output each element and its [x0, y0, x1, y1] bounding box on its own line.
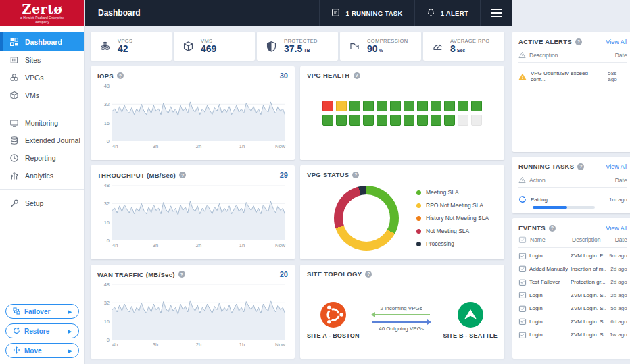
- vpg-health-cell-green[interactable]: [404, 115, 414, 126]
- event-row[interactable]: Added ManuallyInsertion of m...2d ago: [518, 263, 627, 276]
- site-b[interactable]: SITE B - SEATTLE: [443, 302, 498, 339]
- y-axis-tick: 48: [98, 83, 110, 89]
- stat-vpgs[interactable]: VPGS 42: [91, 32, 172, 61]
- site-links: 2 Incoming VPGs 40 Outgoing VPGs: [368, 302, 435, 332]
- sidebar-item-sites[interactable]: Sites: [0, 51, 84, 69]
- sidebar-item-monitoring[interactable]: Monitoring: [0, 114, 84, 132]
- restore-button[interactable]: Restore ▶: [5, 323, 79, 338]
- vpg-health-cell-green[interactable]: [336, 115, 347, 126]
- help-icon[interactable]: ?: [549, 225, 556, 232]
- help-icon[interactable]: ?: [179, 172, 186, 178]
- stat-vms[interactable]: VMS 469: [174, 32, 255, 61]
- vpg-health-cell-green[interactable]: [363, 101, 374, 111]
- stat-value: 469: [201, 44, 218, 55]
- event-row[interactable]: LoginZVM Login. S...2d ago: [518, 289, 627, 303]
- sidebar-item-label: Monitoring: [25, 119, 58, 127]
- vpg-health-cell-green[interactable]: [349, 115, 360, 126]
- event-description: ZVM Login. S...: [571, 305, 606, 311]
- vpg-health-cell-green[interactable]: [377, 115, 387, 126]
- vpg-health-cell-green[interactable]: [390, 101, 401, 111]
- help-icon[interactable]: ?: [577, 163, 584, 170]
- help-icon[interactable]: ?: [354, 72, 360, 79]
- topbar-inner: Dashboard 1 RUNNING TASK 1 ALERT: [85, 0, 512, 26]
- vpg-health-cell-red[interactable]: [322, 101, 333, 111]
- event-row[interactable]: LoginZVM Login. S...1w ago: [518, 328, 627, 342]
- sidebar-item-label: Dashboard: [25, 38, 62, 46]
- stat-protected[interactable]: PROTECTED 37.5TB: [257, 32, 338, 61]
- chart-current-value: 29: [280, 171, 288, 179]
- zerto-logo: Zertø a Hewlett Packard Enterprise compa…: [0, 0, 84, 26]
- event-row[interactable]: LoginZVM Login. F...9m ago: [518, 249, 627, 263]
- site-a[interactable]: SITE A - BOSTON: [307, 302, 360, 339]
- panel-title: ACTIVE ALERTS: [518, 38, 572, 45]
- event-icon: [518, 331, 527, 339]
- x-axis-tick: 1h: [239, 242, 245, 249]
- event-row[interactable]: LoginZVM Login. S...5d ago: [518, 302, 627, 315]
- vpg-health-cell-green[interactable]: [444, 115, 455, 126]
- vpg-health-cell-green[interactable]: [349, 101, 360, 111]
- stat-compression[interactable]: COMPRESSION 90%: [340, 32, 421, 61]
- view-all-link[interactable]: View All: [606, 38, 627, 45]
- alert-description: VPG UbuntuSrv exceed conf...: [531, 70, 604, 82]
- sidebar-item-label: Setup: [25, 199, 43, 207]
- vpg-health-cell-green[interactable]: [431, 115, 441, 126]
- x-axis-tick: 2h: [196, 143, 201, 149]
- alert-row[interactable]: VPG UbuntuSrv exceed conf... 58s ago: [518, 70, 627, 82]
- help-icon[interactable]: ?: [365, 271, 372, 278]
- vpg-health-cell-green[interactable]: [471, 101, 482, 111]
- help-icon[interactable]: ?: [575, 38, 582, 45]
- vpg-status-legend: Meeting SLARPO Not Meeting SLAHistory No…: [416, 189, 489, 247]
- sidebar-item-label: Extended Journal: [25, 136, 80, 145]
- vpg-health-cell-green[interactable]: [444, 101, 455, 111]
- warning-filled-icon: [518, 73, 527, 80]
- vpg-health-cell-green[interactable]: [404, 101, 414, 111]
- view-all-link[interactable]: View All: [606, 163, 627, 170]
- legend-item: Meeting SLA: [416, 189, 489, 196]
- vpg-health-cell-green[interactable]: [431, 101, 441, 111]
- warning-outline-icon: [518, 51, 526, 59]
- help-icon[interactable]: ?: [117, 72, 124, 79]
- sidebar-divider: [0, 109, 84, 109]
- vpg-health-cell-green[interactable]: [377, 101, 387, 111]
- menu-button[interactable]: [480, 0, 512, 26]
- sidebar-item-dashboard[interactable]: Dashboard: [0, 32, 84, 51]
- event-description: ZVM Login. S...: [571, 319, 606, 325]
- event-icon: [518, 252, 527, 260]
- help-icon[interactable]: ?: [352, 172, 359, 178]
- event-row[interactable]: LoginZVM Login. S...6d ago: [518, 315, 627, 329]
- sidebar-item-extended-journal[interactable]: Extended Journal: [0, 132, 84, 149]
- running-tasks-button[interactable]: 1 RUNNING TASK: [319, 0, 414, 26]
- sidebar-item-analytics[interactable]: Analytics: [0, 167, 84, 184]
- sidebar-item-setup[interactable]: Setup: [0, 194, 84, 212]
- failover-button[interactable]: Failover ▶: [5, 304, 79, 319]
- column-header: Description: [529, 52, 558, 59]
- x-axis-tick: 2h: [196, 242, 201, 249]
- vpg-health-cell-green[interactable]: [363, 115, 374, 126]
- dashboard-icon: [9, 37, 19, 47]
- action-label: Restore: [24, 328, 49, 335]
- sidebar-item-vms[interactable]: VMs: [0, 86, 84, 104]
- alerts-button[interactable]: 1 ALERT: [414, 0, 480, 26]
- y-axis-tick: 32: [98, 201, 110, 207]
- vpg-health-cell-green[interactable]: [390, 115, 401, 126]
- vpg-health-cell-green[interactable]: [417, 115, 428, 126]
- vpg-health-cell-yellow[interactable]: [336, 101, 347, 111]
- event-date: 1w ago: [610, 332, 627, 338]
- stat-value: 42: [118, 44, 132, 55]
- vpg-status-card: VPG STATUS ? Meeting SLARPO Not Meeting …: [300, 165, 504, 259]
- vpg-health-cell-green[interactable]: [417, 101, 428, 111]
- panel-title: VPG HEALTH: [307, 72, 350, 79]
- help-icon[interactable]: ?: [178, 271, 185, 278]
- y-axis-tick: 32: [98, 101, 110, 107]
- stat-average-rpo[interactable]: AVERAGE RPO 8Sec: [423, 32, 504, 61]
- sidebar-item-vpgs[interactable]: VPGs: [0, 69, 84, 86]
- vpg-health-cell-green[interactable]: [322, 115, 333, 126]
- dashboard-main: VPGS 42 VMS 469 PROTEC: [91, 32, 504, 359]
- vpg-health-cell-green[interactable]: [458, 101, 468, 111]
- sidebar-item-reporting[interactable]: Reporting: [0, 149, 84, 167]
- view-all-link[interactable]: View All: [606, 225, 627, 232]
- move-button[interactable]: Move ▶: [5, 343, 79, 358]
- event-row[interactable]: Test FailoverProtection gr...2d ago: [518, 276, 627, 289]
- event-icon: [518, 305, 527, 313]
- task-row[interactable]: Pairing 1m ago: [518, 195, 627, 203]
